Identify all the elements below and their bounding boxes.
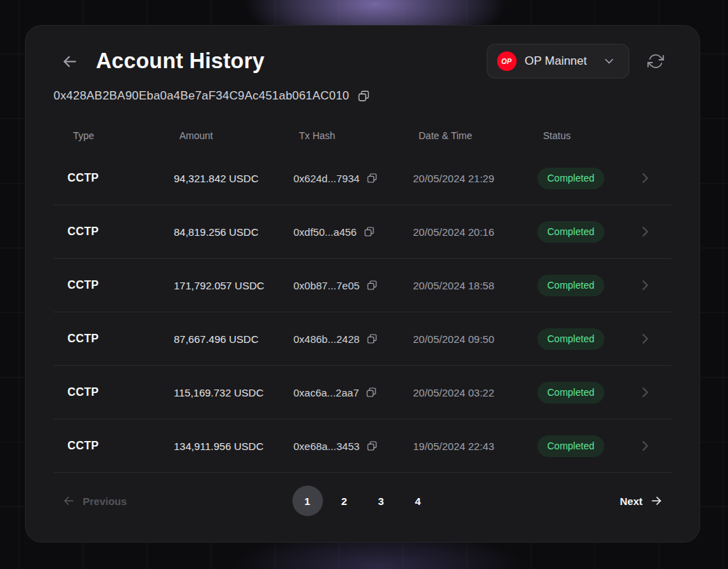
chevron-down-icon: [602, 54, 616, 68]
status-badge: Completed: [537, 221, 604, 243]
copy-txhash-button[interactable]: [366, 172, 378, 184]
next-label: Next: [620, 495, 642, 507]
status-badge: Completed: [537, 275, 604, 296]
tx-datetime: 20/05/2024 20:16: [413, 226, 537, 238]
transactions-table: Type Amount Tx Hash Date & Time Status C…: [54, 120, 672, 473]
tx-amount: 84,819.256 USDC: [174, 226, 293, 238]
tx-amount: 134,911.956 USDC: [174, 440, 293, 452]
tx-hash: 0xdf50...a456: [293, 226, 357, 238]
previous-page-button[interactable]: Previous: [62, 494, 127, 508]
tx-datetime: 19/05/2024 22:43: [413, 440, 537, 452]
refresh-button[interactable]: [646, 51, 665, 71]
page-numbers: 1234: [292, 486, 433, 516]
wallet-address: 0x428AB2BA90Eba0a4Be7aF34C9Ac451ab061AC0…: [54, 89, 349, 103]
copy-txhash-button[interactable]: [365, 386, 378, 399]
chevron-right-icon[interactable]: [637, 277, 672, 294]
table-row[interactable]: CCTP 134,911.956 USDC 0xe68a...3453 19/0…: [54, 419, 672, 473]
tx-hash: 0x624d...7934: [293, 173, 359, 184]
page-button-1[interactable]: 1: [292, 486, 323, 516]
page-title: Account History: [96, 49, 264, 74]
tx-type: CCTP: [54, 172, 174, 184]
copy-txhash-button[interactable]: [363, 225, 375, 238]
tx-datetime: 20/05/2024 18:58: [413, 280, 537, 291]
tx-hash: 0xac6a...2aa7: [293, 387, 359, 399]
table-row[interactable]: CCTP 87,667.496 USDC 0x486b...2428 20/05…: [54, 312, 672, 366]
table-body: CCTP 94,321.842 USDC 0x624d...7934 20/05…: [54, 152, 672, 473]
network-label: OP Mainnet: [525, 54, 587, 68]
table-header-row: Type Amount Tx Hash Date & Time Status: [54, 120, 672, 152]
copy-icon: [364, 226, 375, 237]
tx-amount: 171,792.057 USDC: [174, 280, 293, 291]
network-selector[interactable]: OP OP Mainnet: [487, 44, 629, 79]
column-header-status: Status: [537, 130, 626, 141]
status-badge: Completed: [537, 382, 604, 403]
tx-datetime: 20/05/2024 09:50: [413, 333, 537, 345]
page-button-3[interactable]: 3: [366, 486, 396, 516]
page-button-4[interactable]: 4: [403, 486, 433, 516]
arrow-left-icon: [62, 494, 76, 508]
tx-amount: 94,321.842 USDC: [174, 173, 293, 184]
tx-amount: 115,169.732 USDC: [174, 387, 293, 399]
status-badge: Completed: [537, 168, 604, 189]
back-button[interactable]: [59, 51, 81, 72]
op-network-icon: OP: [497, 51, 517, 71]
column-header-type: Type: [54, 130, 174, 141]
tx-hash: 0x0b87...7e05: [293, 280, 359, 291]
refresh-icon: [647, 53, 664, 70]
card-header: Account History OP OP Mainnet: [54, 26, 672, 79]
chevron-right-icon[interactable]: [637, 330, 672, 347]
copy-icon: [366, 387, 377, 398]
arrow-right-icon: [649, 494, 663, 508]
table-row[interactable]: CCTP 94,321.842 USDC 0x624d...7934 20/05…: [54, 152, 672, 205]
chevron-right-icon[interactable]: [637, 384, 672, 401]
tx-type: CCTP: [54, 225, 174, 238]
arrow-left-icon: [60, 52, 79, 71]
copy-txhash-button[interactable]: [366, 279, 378, 291]
copy-icon: [366, 173, 378, 184]
tx-hash: 0xe68a...3453: [293, 440, 359, 452]
tx-amount: 87,667.496 USDC: [174, 333, 293, 345]
table-row[interactable]: CCTP 115,169.732 USDC 0xac6a...2aa7 20/0…: [54, 366, 672, 419]
page-button-2[interactable]: 2: [329, 486, 359, 516]
account-history-card: Account History OP OP Mainnet 0x428AB2BA…: [25, 25, 700, 543]
tx-type: CCTP: [54, 332, 174, 345]
copy-icon: [366, 280, 378, 291]
tx-type: CCTP: [54, 440, 174, 452]
column-header-amount: Amount: [174, 130, 293, 141]
copy-txhash-button[interactable]: [366, 332, 378, 345]
copy-address-button[interactable]: [357, 89, 371, 103]
pagination-bar: Previous 1234 Next: [54, 473, 672, 529]
tx-type: CCTP: [54, 386, 174, 399]
chevron-right-icon[interactable]: [637, 223, 672, 240]
tx-hash: 0x486b...2428: [293, 333, 359, 345]
status-badge: Completed: [537, 435, 604, 457]
chevron-right-icon[interactable]: [637, 170, 672, 186]
previous-label: Previous: [83, 495, 127, 507]
copy-icon: [366, 440, 378, 451]
column-header-txhash: Tx Hash: [293, 130, 413, 141]
tx-type: CCTP: [54, 279, 174, 291]
copy-icon: [366, 333, 378, 344]
table-row[interactable]: CCTP 84,819.256 USDC 0xdf50...a456 20/05…: [54, 205, 672, 259]
column-header-date: Date & Time: [413, 130, 537, 141]
next-page-button[interactable]: Next: [620, 494, 663, 508]
status-badge: Completed: [537, 328, 604, 350]
tx-datetime: 20/05/2024 03:22: [413, 387, 537, 399]
tx-datetime: 20/05/2024 21:29: [413, 173, 537, 184]
address-row: 0x428AB2BA90Eba0a4Be7aF34C9Ac451ab061AC0…: [54, 89, 672, 103]
copy-txhash-button[interactable]: [366, 440, 378, 452]
chevron-right-icon[interactable]: [637, 438, 672, 454]
table-row[interactable]: CCTP 171,792.057 USDC 0x0b87...7e05 20/0…: [54, 259, 672, 312]
copy-icon: [357, 90, 370, 102]
